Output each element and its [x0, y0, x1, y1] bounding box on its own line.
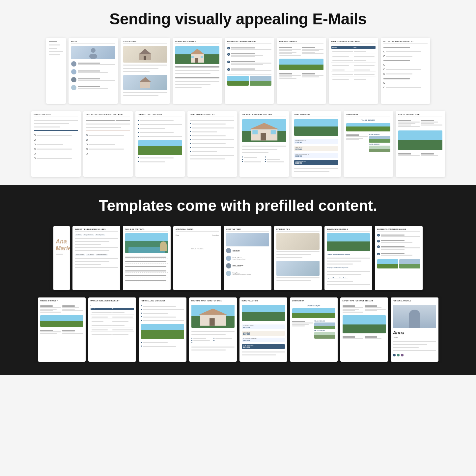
text-line [302, 52, 315, 53]
checklist-item [383, 64, 428, 66]
section-top: Sending visually appealing E-Mails Notes [0, 0, 476, 185]
text-line [292, 325, 305, 326]
card-header: EXPERT TIPS FOR HOME... [398, 114, 442, 117]
table-row [331, 78, 376, 81]
person-info: John Smith Sales Specialist [233, 249, 269, 252]
text-line [346, 139, 359, 140]
section-label [343, 336, 355, 338]
text-line [327, 271, 370, 272]
td-a [92, 321, 112, 322]
comp-col-1 [346, 134, 368, 152]
text-line [279, 53, 292, 54]
number: 1 [377, 234, 380, 237]
list-item: 2 [377, 240, 420, 243]
land-value-row: LAND VALUE $157,680 [294, 146, 338, 151]
toc-label [125, 270, 166, 271]
list-item-3: 3 [227, 61, 271, 66]
svg-marker-6 [139, 77, 151, 82]
text-line [354, 65, 375, 66]
card-inner: FSBO SELLING CHECKLIST [135, 111, 185, 177]
card-inner: HOME VALUATION ESTIMATED VALUE $370,500 … [292, 111, 341, 177]
card-header: PRICING STRATEGY [279, 41, 323, 44]
text-line [140, 161, 165, 162]
bullet [191, 340, 192, 341]
text-line [343, 338, 364, 339]
person-info: Sarah Johnson Property Management Expert [233, 257, 269, 260]
total-val-row: TOTAL VALUATION $920,780 [294, 160, 338, 165]
text-line [143, 313, 168, 314]
prepping-svg-2 [191, 305, 235, 328]
number: 4 [377, 253, 380, 255]
dark-market-research-card-2: MARKET RESEARCH CHECKLIST 1 Activities N… [88, 297, 136, 362]
text-line [292, 324, 309, 325]
item-desc [231, 64, 263, 65]
text-line [276, 280, 311, 281]
td-note [354, 51, 375, 53]
td-a [92, 329, 112, 331]
page-title: Sending visually appealing E-Mails [7, 10, 469, 28]
bullet-item [265, 156, 286, 158]
table-row [331, 64, 376, 67]
card-inner: UTILITIES TIPS [274, 226, 322, 290]
lv-val: $157,680 [243, 333, 284, 335]
staging-text [192, 135, 234, 137]
svg-marker-13 [249, 123, 279, 129]
text-line [143, 306, 176, 307]
checkbox [34, 144, 36, 145]
text-line [365, 307, 381, 308]
checklist-item [383, 82, 428, 84]
comp-val-1: VALUE: $120,000 [292, 305, 335, 307]
pcol-2 [213, 337, 235, 344]
check-label [89, 149, 124, 150]
checklist-item [34, 157, 78, 159]
tag-row: Price Setting Comparable Homes Home Prep… [75, 234, 118, 236]
dark-expert-tips-card: EXPERT TIPS FOR HOME SELLERS Price Setti… [72, 226, 120, 290]
comp-house-img-3 [314, 332, 335, 339]
checklist-item [383, 73, 428, 75]
text-line [276, 257, 302, 258]
text-line [343, 307, 364, 308]
social-icon-3 [401, 354, 404, 356]
card-inner: FSBO SELLING CHECKLIST [139, 297, 186, 362]
card-header: EXPERT TIPS FOR HOME SELLERS [343, 300, 386, 303]
bullet [242, 156, 243, 157]
check-label [386, 51, 421, 52]
text-line [175, 84, 210, 85]
text-line [123, 71, 150, 72]
bullet-text [143, 320, 184, 322]
item-title [381, 235, 405, 236]
text-line [191, 334, 226, 335]
card-inner: MEET THE TEAM John Smith Sales Specialis… [224, 226, 271, 290]
dark-fsbo-card-2: FSBO SELLING CHECKLIST [139, 297, 186, 362]
checkbox [383, 51, 385, 52]
tag-eff-mkt: Effective Marketing [75, 254, 85, 256]
text-line [140, 120, 174, 121]
checkbox [34, 139, 36, 141]
checkbox [86, 144, 88, 145]
text-line [242, 351, 285, 352]
text-line [393, 341, 436, 342]
bullet-text [140, 135, 182, 137]
bullet [141, 316, 142, 317]
tag-home-prep: Home Preparation [95, 234, 105, 236]
realtor-name-display: AnaMarie [56, 238, 68, 252]
bullet-item [141, 342, 184, 344]
text-line [34, 126, 60, 127]
card-header: PREPPING YOUR HOME FOR SALE [242, 114, 286, 117]
feat-col-2 [265, 156, 286, 163]
td-n [112, 329, 133, 331]
team-image [71, 46, 115, 59]
sarah-title: Property Management Expert [233, 259, 269, 260]
comp-col-left [292, 320, 313, 339]
number-2: 2 [227, 53, 230, 56]
comp-val-3: VALUE: $380,000 [314, 330, 335, 331]
reb-val: $982,700 [243, 340, 284, 342]
text-line [123, 68, 158, 69]
svg-marker-18 [198, 308, 227, 315]
text-line [75, 267, 118, 268]
bullet [190, 147, 191, 148]
staging-text [192, 151, 234, 153]
comp-house-images [377, 259, 420, 268]
text-line [40, 307, 61, 308]
toc-page: 4 [168, 270, 168, 272]
